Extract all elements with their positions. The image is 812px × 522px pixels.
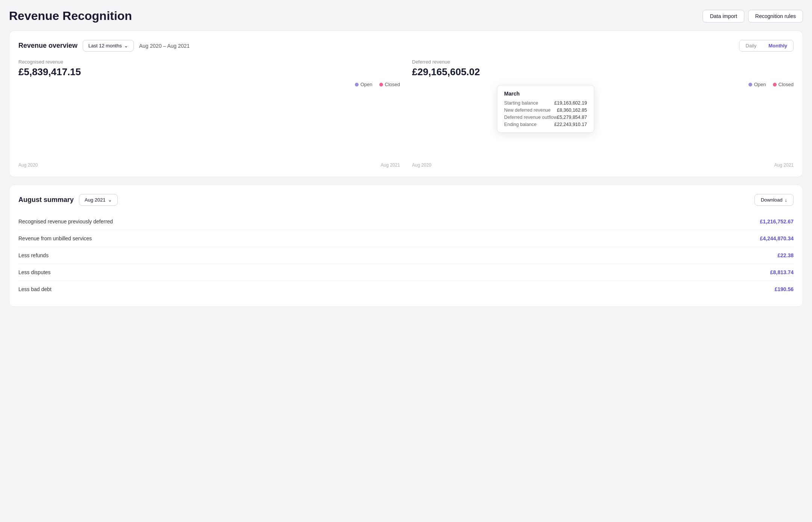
charts-row: Recognised revenue £5,839,417.15 Open Cl… xyxy=(18,59,794,168)
tooltip-title: March xyxy=(504,91,587,97)
summary-row-3: Less disputes £8,813.74 xyxy=(18,264,794,281)
daily-toggle[interactable]: Daily xyxy=(739,40,762,51)
revenue-overview-card: Revenue overview Last 12 months ⌄ Aug 20… xyxy=(9,30,803,177)
recognised-x-labels: Aug 2020 Aug 2021 xyxy=(18,162,400,168)
tooltip-value: £8,360,162.85 xyxy=(557,108,587,113)
tooltip-row-1: New deferred revenue £8,360,162.85 xyxy=(504,108,587,113)
open-dot xyxy=(748,83,752,86)
recognised-legend: Open Closed xyxy=(18,82,400,87)
tooltip-value: £5,279,854.87 xyxy=(557,115,587,120)
summary-row-label: Less disputes xyxy=(18,269,51,275)
download-icon: ↓ xyxy=(785,197,788,203)
page-header: Revenue Recognition Data import Recognit… xyxy=(9,9,803,23)
recognition-rules-button[interactable]: Recognition rules xyxy=(748,10,803,23)
summary-row-amount: £4,244,870.34 xyxy=(760,235,794,241)
recognised-chart xyxy=(18,93,400,160)
chevron-down-icon: ⌄ xyxy=(108,197,112,203)
summary-row-label: Revenue from unbilled services xyxy=(18,235,92,241)
legend-open-recognised: Open xyxy=(355,82,373,87)
monthly-toggle[interactable]: Monthly xyxy=(762,40,793,51)
open-dot xyxy=(355,83,359,86)
tooltip-row-3: Ending balance £22,243,910.17 xyxy=(504,122,587,127)
download-button[interactable]: Download ↓ xyxy=(754,194,794,206)
daily-monthly-toggle: Daily Monthly xyxy=(739,40,794,52)
deferred-tooltip: March Starting balance £19,163,602.19 Ne… xyxy=(497,85,594,133)
august-summary-card: August summary Aug 2021 ⌄ Download ↓ Rec… xyxy=(9,185,803,307)
summary-row-0: Recognised revenue previously deferred £… xyxy=(18,213,794,230)
recognised-value: £5,839,417.15 xyxy=(18,66,400,78)
tooltip-row-0: Starting balance £19,163,602.19 xyxy=(504,100,587,106)
revenue-overview-left: Revenue overview Last 12 months ⌄ Aug 20… xyxy=(18,40,190,52)
deferred-legend: Open Closed xyxy=(412,82,794,87)
tooltip-label: Deferred revenue outflow xyxy=(504,115,557,120)
header-buttons: Data import Recognition rules xyxy=(703,10,803,23)
summary-row-amount: £190.56 xyxy=(774,286,794,292)
summary-row-2: Less refunds £22.38 xyxy=(18,247,794,264)
legend-closed-deferred: Closed xyxy=(773,82,794,87)
deferred-x-labels: Aug 2020 Aug 2021 xyxy=(412,162,794,168)
summary-left: August summary Aug 2021 ⌄ xyxy=(18,194,118,206)
summary-row-1: Revenue from unbilled services £4,244,87… xyxy=(18,230,794,247)
summary-header: August summary Aug 2021 ⌄ Download ↓ xyxy=(18,194,794,206)
summary-row-label: Less refunds xyxy=(18,252,48,258)
tooltip-value: £19,163,602.19 xyxy=(554,100,587,106)
page-title: Revenue Recognition xyxy=(9,9,132,23)
tooltip-label: Starting balance xyxy=(504,100,538,106)
summary-row-label: Less bad debt xyxy=(18,286,52,292)
tooltip-label: New deferred revenue xyxy=(504,108,551,113)
deferred-revenue-section: Deferred revenue £29,165,605.02 Open Clo… xyxy=(412,59,794,168)
closed-dot xyxy=(773,83,777,86)
legend-closed-recognised: Closed xyxy=(379,82,400,87)
revenue-overview-title: Revenue overview xyxy=(18,42,77,50)
recognised-revenue-section: Recognised revenue £5,839,417.15 Open Cl… xyxy=(18,59,400,168)
august-summary-title: August summary xyxy=(18,196,74,204)
revenue-overview-header: Revenue overview Last 12 months ⌄ Aug 20… xyxy=(18,40,794,52)
summary-row-amount: £1,216,752.67 xyxy=(760,219,794,225)
summary-row-label: Recognised revenue previously deferred xyxy=(18,219,113,225)
deferred-chart: March Starting balance £19,163,602.19 Ne… xyxy=(412,93,794,160)
tooltip-value: £22,243,910.17 xyxy=(554,122,587,127)
august-period-dropdown[interactable]: Aug 2021 ⌄ xyxy=(79,194,118,206)
summary-row-amount: £8,813.74 xyxy=(770,269,794,275)
date-range: Aug 2020 – Aug 2021 xyxy=(139,43,190,49)
tooltip-label: Ending balance xyxy=(504,122,536,127)
deferred-label: Deferred revenue xyxy=(412,59,794,65)
tooltip-row-2: Deferred revenue outflow £5,279,854.87 xyxy=(504,115,587,120)
closed-dot xyxy=(379,83,383,86)
recognised-label: Recognised revenue xyxy=(18,59,400,65)
deferred-value: £29,165,605.02 xyxy=(412,66,794,78)
summary-row-4: Less bad debt £190.56 xyxy=(18,281,794,297)
summary-rows: Recognised revenue previously deferred £… xyxy=(18,213,794,297)
summary-row-amount: £22.38 xyxy=(777,252,794,258)
data-import-button[interactable]: Data import xyxy=(703,10,744,23)
chevron-down-icon: ⌄ xyxy=(124,43,128,49)
period-dropdown[interactable]: Last 12 months ⌄ xyxy=(83,40,134,52)
legend-open-deferred: Open xyxy=(748,82,766,87)
